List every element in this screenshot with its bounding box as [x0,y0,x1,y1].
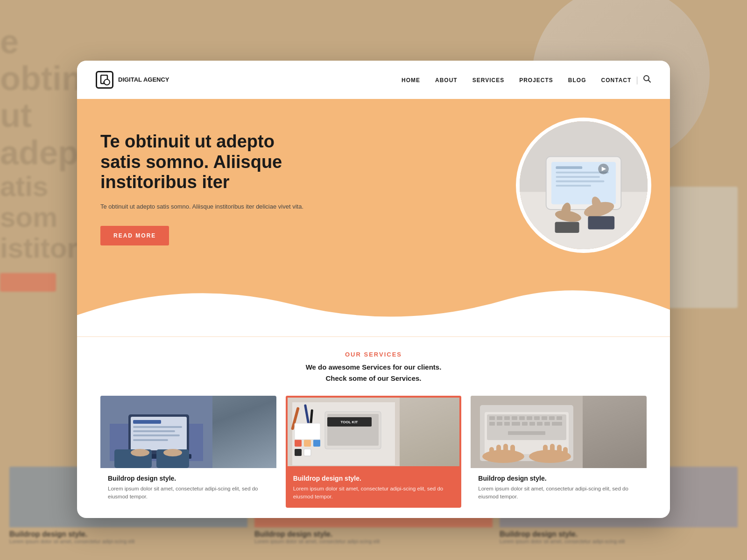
hero-content: Te obtinuit ut adepto satis somno. Aliis… [77,132,670,245]
service-card-2-body: Buildrop design style. Lorem ipsum dolor… [286,468,462,508]
svg-rect-64 [489,422,495,426]
svg-rect-29 [133,439,168,441]
service-card-2[interactable]: TOOL KIT Buildrop design style. Lorem ip… [286,396,462,508]
svg-rect-76 [489,447,494,457]
bg-bottom-desc-3: Lorem ipsum dolor sit amet, consectetur … [500,539,738,544]
svg-rect-59 [527,416,532,420]
service-card-2-placeholder: TOOL KIT [288,398,460,466]
service-card-1-body: Buildrop design style. Lorem ipsum dolor… [100,468,276,508]
svg-rect-71 [544,422,550,426]
navbar: DIGITAL AGENCY HOME ABOUT SERVICES PROJE… [77,61,670,99]
service-card-3-placeholder [471,396,647,468]
svg-rect-26 [133,426,182,428]
svg-rect-28 [133,434,180,436]
service-card-3-image [471,396,647,468]
nav-blog[interactable]: BLOG [568,77,586,84]
bg-bottom-desc-2: Lorem ipsum dolor sit amet, consectetur … [254,539,493,544]
svg-point-33 [131,449,149,456]
svg-rect-68 [522,422,528,426]
svg-rect-78 [503,444,508,456]
svg-point-1 [103,81,105,83]
svg-rect-39 [295,440,302,447]
service-card-2-desc: Lorem ipsum dolor sit amet, consectetur … [293,485,454,501]
main-card: DIGITAL AGENCY HOME ABOUT SERVICES PROJE… [77,61,670,518]
svg-rect-0 [101,75,107,84]
svg-rect-79 [510,445,515,456]
svg-rect-82 [557,445,562,456]
service-card-2-image: TOOL KIT [286,396,462,468]
svg-rect-61 [542,416,547,420]
services-grid: Buildrop design style. Lorem ipsum dolor… [100,396,647,508]
svg-rect-47 [295,423,320,440]
logo-text: DIGITAL AGENCY [118,76,169,84]
service-card-3[interactable]: Buildrop design style. Lorem ipsum dolor… [471,396,647,508]
svg-rect-11 [556,181,604,182]
nav-projects[interactable]: PROJECTS [519,77,553,84]
service-card-3-body: Buildrop design style. Lorem ipsum dolor… [471,468,647,508]
hero-text: Te obtinuit ut adepto satis somno. Aliis… [100,132,315,245]
svg-rect-40 [304,440,311,447]
svg-line-3 [648,80,651,83]
svg-rect-65 [497,422,502,426]
bg-bottom-title-1: Buildrop design style. [9,530,247,539]
svg-rect-67 [512,422,520,426]
svg-rect-27 [133,430,175,432]
service-card-3-desc: Lorem ipsum dolor sit amet, consectetur … [478,485,639,501]
hero-wave [77,272,670,337]
svg-rect-10 [556,176,599,178]
nav-services[interactable]: SERVICES [472,77,504,84]
nav-menu: HOME ABOUT SERVICES PROJECTS BLOG CONTAC… [402,76,631,84]
services-header: OUR SERVICES We do awesome Services for … [100,337,647,396]
svg-rect-80 [543,445,548,456]
svg-rect-83 [563,447,568,457]
svg-rect-73 [508,431,545,435]
svg-rect-25 [133,420,161,424]
hero-description: Te obtinuit ut adepto satis somno. Aliis… [100,202,315,212]
svg-rect-66 [504,422,510,426]
svg-rect-41 [313,440,320,447]
svg-rect-81 [550,444,555,456]
svg-rect-70 [537,422,543,426]
hero-title: Te obtinuit ut adepto satis somno. Aliis… [100,132,315,193]
svg-rect-55 [497,416,502,420]
logo[interactable]: DIGITAL AGENCY [96,71,169,89]
svg-rect-57 [512,416,517,420]
nav-home[interactable]: HOME [402,77,420,84]
service-card-1-image [100,396,276,468]
svg-rect-69 [529,422,535,426]
services-label: OUR SERVICES [100,351,647,358]
service-card-1[interactable]: Buildrop design style. Lorem ipsum dolor… [100,396,276,508]
search-icon[interactable] [643,75,651,85]
svg-rect-72 [552,422,562,426]
svg-rect-62 [549,416,555,420]
svg-rect-54 [489,416,495,420]
svg-rect-19 [588,216,614,229]
bg-bottom-desc-1: Lorem ipsum dolor sit amet, consectetur … [9,539,247,544]
service-card-1-placeholder [100,396,276,468]
nav-contact[interactable]: CONTACT [601,77,632,84]
svg-rect-77 [496,445,501,456]
services-section: OUR SERVICES We do awesome Services for … [77,337,670,518]
svg-point-34 [163,449,182,456]
hero-section: Te obtinuit ut adepto satis somno. Aliis… [77,99,670,337]
nav-divider: | [636,75,638,85]
service-card-2-title: Buildrop design style. [293,475,454,482]
svg-rect-12 [556,185,591,187]
svg-rect-8 [556,166,582,169]
hero-image-circle [516,118,651,253]
service-card-3-title: Buildrop design style. [478,475,639,482]
service-card-1-desc: Lorem ipsum dolor sit amet, consectetur … [108,485,269,501]
services-title: We do awesome Services for our clients. … [100,362,647,384]
svg-rect-58 [519,416,525,420]
logo-icon [96,71,113,89]
svg-text:TOOL KIT: TOOL KIT [340,420,358,424]
svg-rect-42 [295,449,302,456]
service-card-1-title: Buildrop design style. [108,475,269,482]
svg-rect-63 [557,416,562,420]
svg-rect-60 [534,416,540,420]
svg-rect-20 [555,222,579,233]
bg-bottom-title-2: Buildrop design style. [254,530,493,539]
read-more-button[interactable]: READ MORE [100,226,169,245]
nav-about[interactable]: ABOUT [435,77,458,84]
hero-image-placeholder [520,121,648,249]
